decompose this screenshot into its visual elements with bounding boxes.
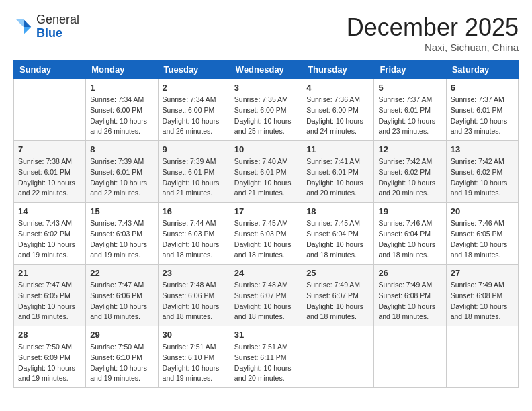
day-info: Sunrise: 7:43 AM Sunset: 6:02 PM Dayligh…	[18, 218, 81, 261]
table-row: 24Sunrise: 7:48 AM Sunset: 6:07 PM Dayli…	[230, 265, 302, 326]
table-row: 25Sunrise: 7:49 AM Sunset: 6:07 PM Dayli…	[302, 265, 374, 326]
col-friday: Friday	[374, 60, 446, 79]
subtitle: Naxi, Sichuan, China	[347, 42, 519, 53]
table-row: 9Sunrise: 7:39 AM Sunset: 6:01 PM Daylig…	[158, 141, 230, 203]
day-info: Sunrise: 7:46 AM Sunset: 6:04 PM Dayligh…	[378, 218, 441, 261]
day-number: 4	[306, 83, 369, 93]
table-row	[374, 326, 446, 388]
table-row: 31Sunrise: 7:51 AM Sunset: 6:11 PM Dayli…	[230, 326, 302, 388]
day-info: Sunrise: 7:51 AM Sunset: 6:10 PM Dayligh…	[163, 342, 226, 384]
day-number: 29	[90, 330, 153, 340]
day-info: Sunrise: 7:39 AM Sunset: 6:01 PM Dayligh…	[90, 156, 153, 199]
day-number: 1	[90, 83, 153, 93]
day-number: 30	[163, 330, 226, 340]
col-monday: Monday	[86, 60, 158, 79]
day-number: 31	[234, 330, 298, 340]
day-number: 10	[234, 144, 298, 154]
table-row: 11Sunrise: 7:41 AM Sunset: 6:01 PM Dayli…	[302, 141, 374, 203]
day-info: Sunrise: 7:35 AM Sunset: 6:00 PM Dayligh…	[234, 95, 298, 137]
day-info: Sunrise: 7:40 AM Sunset: 6:01 PM Dayligh…	[234, 156, 298, 199]
day-info: Sunrise: 7:45 AM Sunset: 6:03 PM Dayligh…	[234, 218, 298, 261]
title-block: December 2025 Naxi, Sichuan, China	[347, 13, 519, 53]
table-row: 16Sunrise: 7:44 AM Sunset: 6:03 PM Dayli…	[158, 203, 230, 265]
week-row-3: 21Sunrise: 7:47 AM Sunset: 6:05 PM Dayli…	[14, 265, 519, 326]
day-number: 6	[451, 83, 514, 93]
day-info: Sunrise: 7:50 AM Sunset: 6:09 PM Dayligh…	[18, 342, 81, 384]
table-row: 22Sunrise: 7:47 AM Sunset: 6:06 PM Dayli…	[86, 265, 158, 326]
table-row: 3Sunrise: 7:35 AM Sunset: 6:00 PM Daylig…	[230, 79, 302, 141]
day-number: 5	[378, 83, 441, 93]
day-info: Sunrise: 7:42 AM Sunset: 6:02 PM Dayligh…	[451, 156, 514, 199]
table-row: 19Sunrise: 7:46 AM Sunset: 6:04 PM Dayli…	[374, 203, 446, 265]
day-number: 22	[90, 268, 153, 278]
day-info: Sunrise: 7:50 AM Sunset: 6:10 PM Dayligh…	[90, 342, 153, 384]
table-row	[446, 326, 518, 388]
day-info: Sunrise: 7:51 AM Sunset: 6:11 PM Dayligh…	[234, 342, 298, 384]
col-tuesday: Tuesday	[158, 60, 230, 79]
day-number: 21	[18, 268, 81, 278]
logo-text: General Blue	[36, 13, 79, 40]
header: General Blue December 2025 Naxi, Sichuan…	[13, 13, 519, 53]
day-info: Sunrise: 7:34 AM Sunset: 6:00 PM Dayligh…	[90, 95, 153, 137]
table-row: 14Sunrise: 7:43 AM Sunset: 6:02 PM Dayli…	[14, 203, 86, 265]
table-row: 21Sunrise: 7:47 AM Sunset: 6:05 PM Dayli…	[14, 265, 86, 326]
table-row: 4Sunrise: 7:36 AM Sunset: 6:00 PM Daylig…	[302, 79, 374, 141]
day-info: Sunrise: 7:46 AM Sunset: 6:05 PM Dayligh…	[451, 218, 514, 261]
day-info: Sunrise: 7:39 AM Sunset: 6:01 PM Dayligh…	[163, 156, 226, 199]
day-info: Sunrise: 7:43 AM Sunset: 6:03 PM Dayligh…	[90, 218, 153, 261]
day-number: 19	[378, 206, 441, 216]
table-row: 8Sunrise: 7:39 AM Sunset: 6:01 PM Daylig…	[86, 141, 158, 203]
table-row: 18Sunrise: 7:45 AM Sunset: 6:04 PM Dayli…	[302, 203, 374, 265]
page-container: General Blue December 2025 Naxi, Sichuan…	[13, 13, 519, 388]
day-number: 15	[90, 206, 153, 216]
table-row: 28Sunrise: 7:50 AM Sunset: 6:09 PM Dayli…	[14, 326, 86, 388]
calendar: Sunday Monday Tuesday Wednesday Thursday…	[13, 60, 519, 388]
table-row: 20Sunrise: 7:46 AM Sunset: 6:05 PM Dayli…	[446, 203, 518, 265]
day-info: Sunrise: 7:44 AM Sunset: 6:03 PM Dayligh…	[163, 218, 226, 261]
month-title: December 2025	[347, 13, 519, 42]
col-thursday: Thursday	[302, 60, 374, 79]
day-info: Sunrise: 7:37 AM Sunset: 6:01 PM Dayligh…	[451, 95, 514, 137]
day-number: 24	[234, 268, 298, 278]
day-info: Sunrise: 7:48 AM Sunset: 6:07 PM Dayligh…	[234, 280, 298, 322]
day-number: 13	[451, 144, 514, 154]
day-info: Sunrise: 7:48 AM Sunset: 6:06 PM Dayligh…	[163, 280, 226, 322]
table-row: 26Sunrise: 7:49 AM Sunset: 6:08 PM Dayli…	[374, 265, 446, 326]
day-number: 9	[163, 144, 226, 154]
logo-blue: Blue	[36, 26, 62, 40]
day-info: Sunrise: 7:42 AM Sunset: 6:02 PM Dayligh…	[378, 156, 441, 199]
day-info: Sunrise: 7:34 AM Sunset: 6:00 PM Dayligh…	[163, 95, 226, 137]
day-info: Sunrise: 7:41 AM Sunset: 6:01 PM Dayligh…	[306, 156, 369, 199]
table-row: 29Sunrise: 7:50 AM Sunset: 6:10 PM Dayli…	[86, 326, 158, 388]
day-info: Sunrise: 7:49 AM Sunset: 6:08 PM Dayligh…	[378, 280, 441, 322]
day-number: 25	[306, 268, 369, 278]
day-info: Sunrise: 7:49 AM Sunset: 6:07 PM Dayligh…	[306, 280, 369, 322]
day-number: 12	[378, 144, 441, 154]
day-number: 7	[18, 144, 81, 154]
table-row: 27Sunrise: 7:49 AM Sunset: 6:08 PM Dayli…	[446, 265, 518, 326]
table-row: 5Sunrise: 7:37 AM Sunset: 6:01 PM Daylig…	[374, 79, 446, 141]
svg-marker-0	[24, 19, 31, 27]
week-row-4: 28Sunrise: 7:50 AM Sunset: 6:09 PM Dayli…	[14, 326, 519, 388]
col-saturday: Saturday	[446, 60, 518, 79]
logo: General Blue	[13, 13, 79, 40]
day-info: Sunrise: 7:37 AM Sunset: 6:01 PM Dayligh…	[378, 95, 441, 137]
day-number: 18	[306, 206, 369, 216]
day-number: 14	[18, 206, 81, 216]
day-number: 28	[18, 330, 81, 340]
table-row: 1Sunrise: 7:34 AM Sunset: 6:00 PM Daylig…	[86, 79, 158, 141]
day-number: 3	[234, 83, 298, 93]
table-row: 13Sunrise: 7:42 AM Sunset: 6:02 PM Dayli…	[446, 141, 518, 203]
day-number: 17	[234, 206, 298, 216]
table-row	[14, 79, 86, 141]
table-row	[302, 326, 374, 388]
header-row: Sunday Monday Tuesday Wednesday Thursday…	[14, 60, 519, 79]
day-info: Sunrise: 7:36 AM Sunset: 6:00 PM Dayligh…	[306, 95, 369, 137]
table-row: 6Sunrise: 7:37 AM Sunset: 6:01 PM Daylig…	[446, 79, 518, 141]
day-number: 8	[90, 144, 153, 154]
logo-general: General	[36, 13, 79, 26]
table-row: 2Sunrise: 7:34 AM Sunset: 6:00 PM Daylig…	[158, 79, 230, 141]
day-number: 16	[163, 206, 226, 216]
day-info: Sunrise: 7:47 AM Sunset: 6:05 PM Dayligh…	[18, 280, 81, 322]
day-number: 27	[451, 268, 514, 278]
